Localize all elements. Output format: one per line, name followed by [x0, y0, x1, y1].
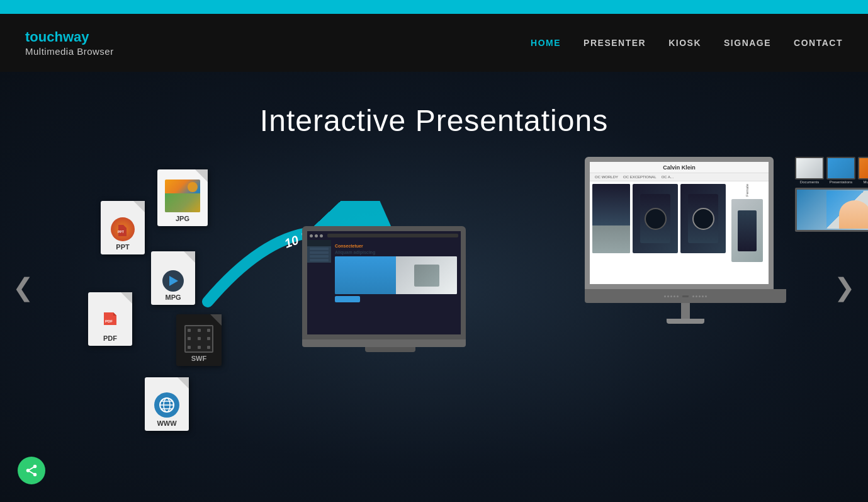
www-label: WWW [157, 419, 176, 427]
prev-arrow[interactable]: ❮ [13, 275, 34, 300]
nav-signage[interactable]: SIGNAGE [724, 38, 771, 48]
hero-title: Interactive Presentations [260, 103, 608, 138]
monitor-nav-item-2: OC EXCEPTIONAL [623, 175, 657, 179]
nav-presenter[interactable]: PRESENTER [583, 38, 646, 48]
logo-touch: touch [25, 29, 63, 45]
lower-preview [795, 188, 868, 232]
monitor-nav: OC WORLDY OC EXCEPTIONAL OC A... [590, 173, 769, 181]
nav-contact[interactable]: CONTACT [794, 38, 843, 48]
file-www: WWW [145, 377, 189, 431]
logo: touchway Multimedia Browser [25, 29, 114, 56]
monitor-nav-item-3: OC A... [662, 175, 674, 179]
svg-text:PPT: PPT [118, 230, 124, 234]
jpg-label: JPG [176, 215, 189, 222]
logo-subtitle: Multimedia Browser [25, 46, 114, 57]
pdf-label: PDF [103, 334, 117, 342]
monitor-mockup: Calvin Klein OC WORLDY OC EXCEPTIONAL OC… [585, 157, 786, 324]
header: touchway Multimedia Browser HOME PRESENT… [0, 14, 868, 72]
watch-label: Female [745, 184, 749, 197]
logo-brand: touchway [25, 29, 114, 45]
share-icon [25, 464, 38, 477]
svg-text:PDF: PDF [105, 319, 113, 323]
share-button[interactable] [18, 457, 45, 484]
monitor-brand: Calvin Klein [590, 162, 769, 173]
next-arrow[interactable]: ❯ [834, 275, 855, 300]
nav-kiosk[interactable]: KIOSK [668, 38, 701, 48]
laptop-subtitle: Aliquam adipiscing [335, 250, 457, 254]
file-pdf: PDF PDF [88, 292, 132, 346]
laptop-title: Consectetuer [335, 244, 457, 248]
thumbnail-screens: Documents Presentations Multimedia Websi… [795, 157, 868, 232]
laptop-mockup: Consectetuer Aliquam adipiscing [302, 226, 478, 390]
ppt-label: PPT [116, 243, 129, 251]
monitor-nav-item-1: OC WORLDY [595, 175, 618, 179]
svg-line-13 [28, 471, 35, 474]
mpg-label: MPG [165, 294, 181, 301]
nav-home[interactable]: HOME [531, 38, 561, 48]
illustration-area: PPT PPT JPG [0, 151, 868, 502]
main-nav: HOME PRESENTER KIOSK SIGNAGE CONTACT [531, 38, 843, 48]
svg-line-12 [28, 467, 35, 471]
swf-label: SWF [191, 355, 206, 362]
logo-way: way [63, 29, 89, 45]
hero-section: Interactive Presentations ❮ ❯ PPT PPT [0, 72, 868, 502]
top-accent-bar [0, 0, 868, 14]
file-ppt: PPT PPT [101, 201, 145, 254]
